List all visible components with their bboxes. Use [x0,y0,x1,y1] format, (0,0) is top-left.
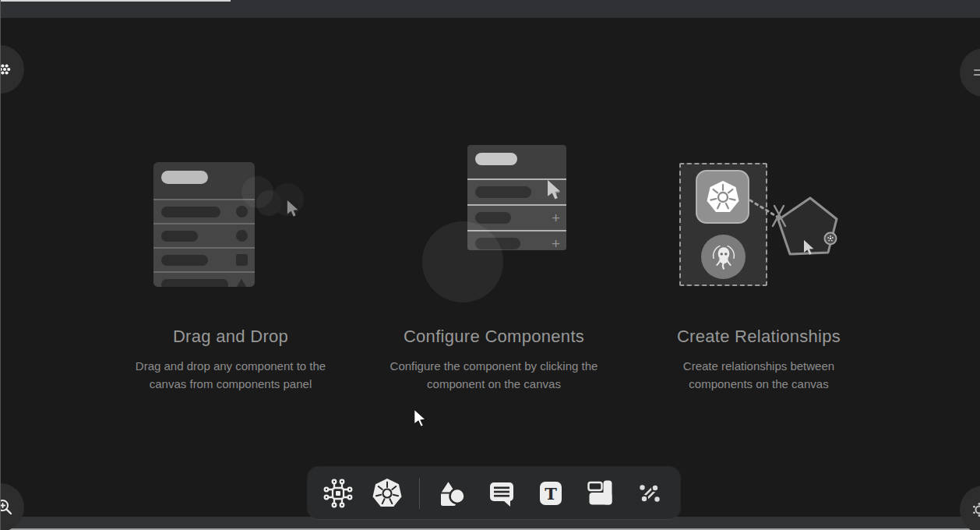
kubernetes-button[interactable] [370,475,406,511]
text-tool-icon: T [535,478,566,509]
card-title: Create Relationships [626,327,891,347]
onboarding-card-drag-and-drop: Drag and Drop Drag and drop any componen… [98,135,363,393]
panel-row [153,247,255,271]
card-title: Configure Components [361,327,626,347]
cursor-icon [547,180,562,200]
logo-menu-button[interactable] [0,45,24,94]
cursor-icon [287,200,299,217]
note-button[interactable] [583,475,619,511]
text-tool-button[interactable]: T [533,475,569,511]
plus-glyph: + [552,236,560,250]
onboarding-card-configure-components: + + + Configure Components Configure the… [361,135,626,393]
panel-row [153,223,255,247]
zoom-in-icon [0,497,15,518]
panel-toggle-icon [971,64,980,81]
kubernetes-icon [372,478,403,509]
svg-text:T: T [545,483,557,503]
tools-dock: T [308,467,680,519]
panel-row [153,271,255,287]
component-node-circle [422,221,503,302]
dock-divider [419,478,420,509]
relationship-edge-icon [634,478,665,509]
card-description: Configure the component by clicking the … [375,358,613,393]
drag-and-drop-illustration [98,135,363,319]
canvas[interactable]: Drag and Drop Drag and drop any componen… [0,18,980,517]
card-title: Drag and Drop [98,327,363,347]
comment-icon [486,478,517,509]
card-description: Drag and drop any component to the canva… [125,358,337,393]
window-left-edge [0,0,1,530]
components-panel-mock [153,162,255,287]
onboarding-card-create-relationships: Create Relationships Create relationship… [626,135,891,393]
plus-glyph: + [552,210,560,225]
relationship-edge-button[interactable] [632,475,668,511]
comment-button[interactable] [484,475,520,511]
create-relationships-illustration [626,135,891,319]
top-chrome-bar [0,0,980,18]
settings-icon [970,500,980,519]
top-progress-line [0,0,231,2]
panel-row [153,199,255,223]
shapes-icon [436,478,467,509]
note-icon [585,478,616,509]
mouse-cursor [414,409,427,428]
shapes-button[interactable] [434,475,470,511]
mesh-component-button[interactable] [320,475,356,511]
design-canvas-app: Drag and Drop Drag and drop any componen… [0,0,980,530]
flower-logo-icon [0,60,14,79]
configure-components-illustration: + + + [361,135,626,319]
relationship-edge-overlay [626,135,891,319]
drag-ghost-circle [241,176,273,208]
panel-header [153,171,255,199]
card-description: Create relationships between components … [668,358,849,393]
panel-toggle-button[interactable] [960,48,980,97]
mesh-component-icon [323,478,354,509]
panel-header [467,153,566,178]
